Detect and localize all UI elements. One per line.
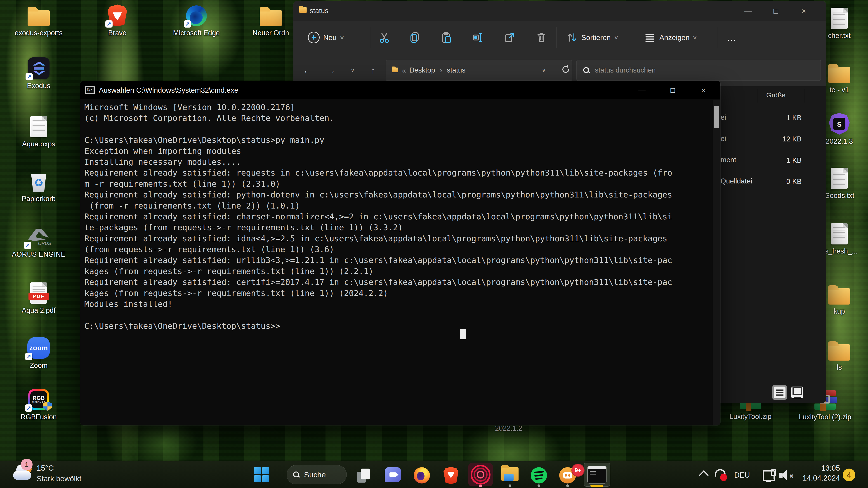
shortcut-arrow-icon: ↗ xyxy=(184,20,191,28)
chevron-down-icon: ∨ xyxy=(339,35,344,40)
desktop-icon-aqua-oxps[interactable]: Aqua.oxps xyxy=(14,115,64,148)
start-button[interactable] xyxy=(254,467,269,482)
terminal-line: C:\Users\fakea\OneDrive\Desktop\status>p… xyxy=(84,135,672,146)
mute-x-glyph: × xyxy=(789,472,794,480)
paste-button[interactable] xyxy=(440,26,452,49)
task-view-button[interactable] xyxy=(357,468,372,483)
language-indicator[interactable]: DEU xyxy=(734,471,750,480)
share-icon xyxy=(504,32,516,43)
search-icon xyxy=(293,471,300,478)
file-row[interactable]: ment xyxy=(721,153,736,167)
desktop-icon-brave[interactable]: ↗ Brave xyxy=(92,4,142,37)
desktop-icon-aorus-engine[interactable]: ORUS ↗ AORUS ENGINE xyxy=(14,225,64,258)
close-button[interactable]: × xyxy=(791,1,816,21)
explorer-titlebar[interactable]: status — □ × xyxy=(293,1,826,21)
document-icon xyxy=(831,8,848,29)
address-dropdown-chevron[interactable]: ∨ xyxy=(542,67,546,73)
cmd-scrollbar[interactable] xyxy=(713,100,720,425)
running-indicator-red-app xyxy=(479,485,483,487)
cmd-window-title: Auswählen C:\Windows\System32\cmd.exe xyxy=(99,86,238,94)
cmd-maximize-button[interactable]: □ xyxy=(658,81,687,99)
terminal-line: Requirement already satisfied: urllib3<3… xyxy=(84,256,672,266)
window-title: status xyxy=(310,7,329,15)
weather-widget[interactable]: 1 15°C Stark bewölkt xyxy=(0,461,127,488)
breadcrumb-current[interactable]: status xyxy=(447,66,466,74)
terminal-line: Exception when importing modules xyxy=(84,147,672,157)
cmd-close-button[interactable]: × xyxy=(689,81,718,99)
taskbar-search[interactable]: Suche xyxy=(287,465,347,484)
display-device-icon[interactable] xyxy=(763,469,776,481)
file-row[interactable]: ei xyxy=(721,111,726,124)
chat-icon[interactable] xyxy=(385,467,401,482)
cmd-minimize-button[interactable]: — xyxy=(627,81,657,99)
terminal-line: kages (from requests->-r requirements.tx… xyxy=(84,267,672,278)
terminal-line: Requirement already satisfied: idna<4,>=… xyxy=(84,234,672,245)
desktop-icon-edge[interactable]: ↗ Microsoft Edge xyxy=(172,4,221,37)
tray-expand-chevron[interactable] xyxy=(699,470,709,480)
terminal-line: Requirement already satisfied: python-do… xyxy=(84,190,672,201)
rename-button[interactable] xyxy=(472,26,484,49)
notification-count-badge[interactable]: 4 xyxy=(843,468,855,481)
chevron-down-icon: ∨ xyxy=(692,35,698,40)
desktop-icon-label: Aqua.oxps xyxy=(22,140,55,148)
terminal-taskbar-icon[interactable] xyxy=(584,463,610,487)
sync-update-icon[interactable] xyxy=(714,468,726,481)
desktop-icon-zoom[interactable]: zoom ↗ Zoom xyxy=(14,336,64,369)
desktop-icon-label: es_fresh_... xyxy=(821,247,858,255)
desktop-icon-exodus-exports[interactable]: exodus-exports xyxy=(14,4,64,37)
desktop-icon-label: Neuer Ordn xyxy=(252,29,289,37)
details-view-toggle[interactable] xyxy=(772,385,787,400)
clock[interactable]: 13:05 14.04.2024 xyxy=(796,463,840,483)
minimize-button[interactable]: — xyxy=(736,1,761,21)
spotify-icon[interactable] xyxy=(531,467,547,484)
breadcrumb-desktop[interactable]: Desktop xyxy=(409,66,435,74)
share-button[interactable] xyxy=(504,26,516,49)
view-button[interactable]: Anzeigen ∨ xyxy=(644,26,697,49)
desktop-icon-rgbfusion[interactable]: RGB FUSION 2.0 ↗ RGBFusion xyxy=(14,388,64,421)
file-name-fragment: ment xyxy=(721,156,736,164)
terminal-line: kages (from requests->-r requirements.tx… xyxy=(84,289,672,299)
sort-icon xyxy=(566,32,578,43)
address-bar[interactable]: « Desktop › status ∨ xyxy=(385,60,572,81)
desktop-icon-papierkorb[interactable]: ♻ Papierkorb xyxy=(14,169,64,203)
terminal-line xyxy=(84,125,672,135)
explorer-toolbar: + Neu ∨ Sortieren ∨ xyxy=(293,21,826,54)
more-options-button[interactable]: … xyxy=(726,26,737,49)
desktop-icon-aqua2-pdf[interactable]: PDF Aqua 2.pdf xyxy=(14,281,64,315)
file-row[interactable]: ei xyxy=(721,132,726,145)
brave-taskbar-icon[interactable] xyxy=(443,467,458,484)
cmd-titlebar[interactable]: Auswählen C:\Windows\System32\cmd.exe — … xyxy=(80,81,720,99)
delete-button[interactable] xyxy=(535,26,547,49)
document-icon xyxy=(30,116,47,137)
refresh-button[interactable] xyxy=(561,64,571,76)
sort-button[interactable]: Sortieren ∨ xyxy=(566,26,618,49)
desktop-icon-exodus[interactable]: ↗ Exodus xyxy=(14,57,64,90)
folder-icon xyxy=(28,10,50,26)
copy-button[interactable] xyxy=(409,26,421,49)
cut-button[interactable] xyxy=(378,26,390,49)
breadcrumb-separator: › xyxy=(440,66,442,75)
cmd-scrollbar-thumb[interactable] xyxy=(714,106,719,128)
breadcrumb-collapse-icon[interactable]: « xyxy=(402,66,406,75)
desktop-icon-neuer-ordner[interactable]: Neuer Ordn xyxy=(246,4,296,37)
folder-icon xyxy=(299,7,307,13)
volume-muted-icon[interactable]: × xyxy=(779,470,794,480)
file-row[interactable]: Quelldatei xyxy=(721,174,752,188)
red-rings-app-icon[interactable] xyxy=(468,463,493,486)
thumbnail-view-toggle[interactable] xyxy=(790,385,804,400)
shortcut-arrow-icon: ↗ xyxy=(26,73,33,80)
maximize-button[interactable]: □ xyxy=(763,1,788,21)
column-header-size[interactable]: Größe xyxy=(766,91,785,99)
new-button-label: Neu xyxy=(323,33,337,42)
new-button[interactable]: + Neu ∨ xyxy=(308,26,344,49)
desktop-icon-label: 2022.1.3 xyxy=(826,137,853,145)
desktop-label-2022-1-2: 2022.1.2 xyxy=(475,424,542,432)
running-indicator-explorer xyxy=(508,484,511,487)
column-separator[interactable] xyxy=(758,89,758,103)
column-separator[interactable] xyxy=(805,89,805,103)
cmd-window[interactable]: Auswählen C:\Windows\System32\cmd.exe — … xyxy=(80,81,720,425)
desktop-icon-label: AORUS ENGINE xyxy=(12,250,66,258)
file-explorer-taskbar-icon[interactable] xyxy=(501,467,519,481)
firefox-icon[interactable] xyxy=(414,467,430,484)
search-box[interactable]: status durchsuchen xyxy=(577,60,821,81)
